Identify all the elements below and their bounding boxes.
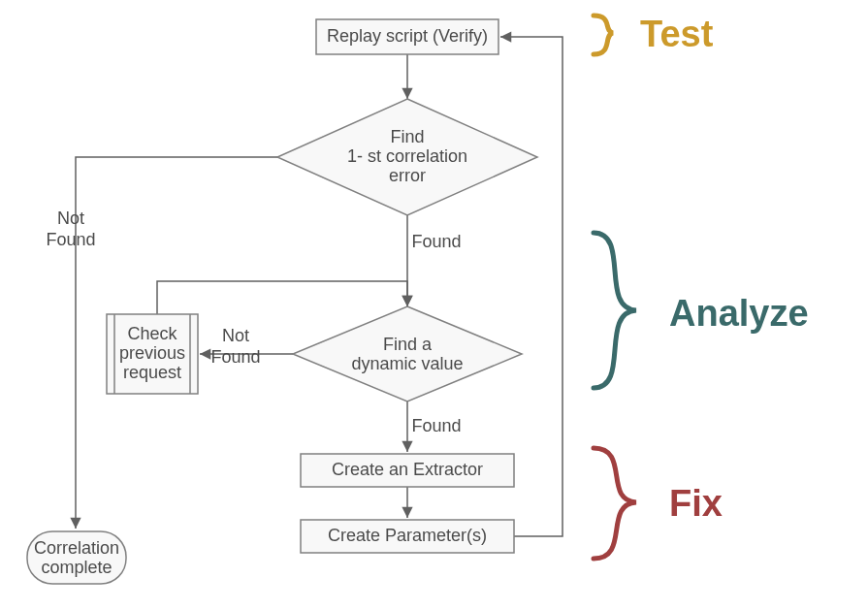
node-create-extractor: Create an Extractor: [301, 454, 514, 487]
label-replay: Replay script (Verify): [327, 26, 488, 46]
edge-label-found-1: Found: [411, 232, 461, 251]
label-finderr-3: error: [389, 166, 426, 185]
phase-label-fix: Fix: [669, 483, 723, 524]
edge-label-notfound-dyn-2: Found: [210, 347, 260, 367]
node-find-dynamic-value: Find a dynamic value: [293, 306, 522, 401]
edge-checkprev-loop: [157, 281, 407, 314]
label-complete-1: Correlation: [34, 538, 119, 558]
label-checkprev-3: request: [123, 363, 181, 382]
node-correlation-complete: Correlation complete: [27, 531, 126, 584]
edge-label-notfound-err-2: Found: [46, 230, 95, 249]
phase-label-test: Test: [640, 14, 714, 54]
edge-label-notfound-err-1: Not: [57, 209, 84, 228]
node-find-correlation-error: Find 1- st correlation error: [277, 99, 537, 215]
label-checkprev-2: previous: [119, 343, 185, 363]
label-checkprev-1: Check: [127, 324, 177, 343]
label-finderr-2: 1- st correlation: [347, 146, 467, 166]
node-create-parameters: Create Parameter(s): [301, 520, 514, 553]
edge-label-found-2: Found: [411, 416, 461, 435]
label-extractor: Create an Extractor: [332, 460, 483, 479]
node-replay-script: Replay script (Verify): [316, 19, 498, 54]
label-complete-2: complete: [41, 558, 112, 577]
phase-label-analyze: Analyze: [669, 293, 809, 334]
phase-brace-fix: Fix: [594, 448, 723, 559]
label-params: Create Parameter(s): [328, 526, 487, 545]
edge-label-notfound-dyn-1: Not: [222, 326, 249, 345]
flowchart-canvas: Found Not Found Found Not Found Replay s…: [0, 0, 868, 610]
node-check-previous-request: Check previous request: [107, 314, 198, 394]
label-finddyn-1: Find a: [383, 335, 433, 354]
phase-brace-analyze: Analyze: [594, 233, 809, 388]
phase-brace-test: Test: [594, 14, 714, 54]
label-finderr-1: Find: [390, 127, 424, 146]
label-finddyn-2: dynamic value: [351, 354, 463, 373]
